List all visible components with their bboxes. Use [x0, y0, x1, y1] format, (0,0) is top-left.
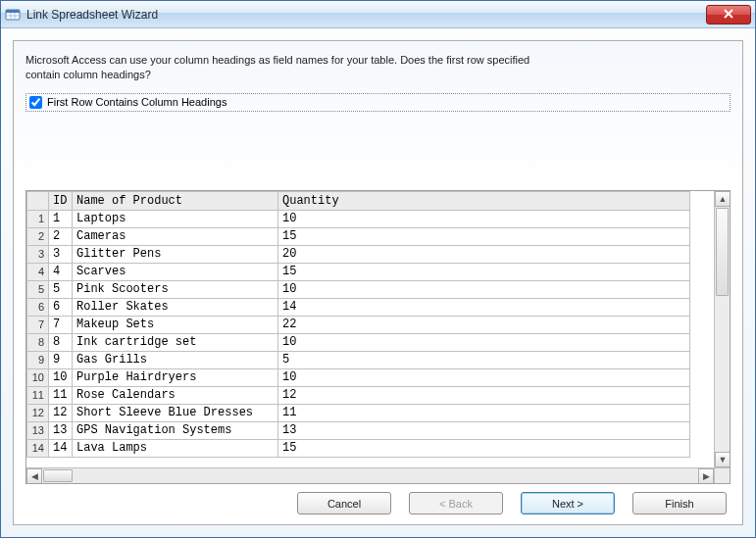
cell-qty: 10: [278, 333, 690, 351]
svg-rect-1: [6, 10, 20, 13]
cell-qty: 11: [278, 404, 690, 421]
table-row[interactable]: 1111Rose Calendars12: [27, 386, 690, 404]
data-grid: ID Name of Product Quantity 11Laptops102…: [25, 190, 731, 484]
cell-qty: 12: [278, 386, 690, 404]
cell-id: 6: [49, 298, 73, 316]
cell-qty: 10: [278, 368, 690, 386]
cell-name: Laptops: [73, 210, 278, 227]
cell-qty: 10: [278, 210, 690, 227]
cell-id: 4: [49, 263, 73, 280]
cell-name: Short Sleeve Blue Dresses: [73, 404, 278, 421]
cell-name: Makeup Sets: [73, 316, 278, 333]
cell-id: 1: [49, 210, 73, 227]
table-row[interactable]: 1010Purple Hairdryers10: [27, 368, 690, 386]
intro-text: Microsoft Access can use your column hea…: [25, 53, 535, 83]
cell-qty: 15: [278, 227, 690, 245]
row-number[interactable]: 8: [27, 333, 49, 351]
scroll-up-icon[interactable]: ▲: [715, 191, 731, 207]
table-row[interactable]: 22Cameras15: [27, 227, 690, 245]
cell-id: 9: [49, 351, 73, 368]
cell-qty: 15: [278, 263, 690, 280]
column-header-id[interactable]: ID: [49, 191, 73, 210]
scroll-corner: [714, 467, 730, 483]
table-row[interactable]: 55Pink Scooters10: [27, 280, 690, 298]
row-number[interactable]: 4: [27, 263, 49, 280]
row-number[interactable]: 9: [27, 351, 49, 368]
back-button: < Back: [409, 492, 503, 514]
row-number[interactable]: 11: [27, 386, 49, 404]
first-row-headings-checkbox[interactable]: First Row Contains Column Headings: [25, 93, 731, 112]
cell-id: 7: [49, 316, 73, 333]
checkbox-label: First Row Contains Column Headings: [47, 96, 227, 108]
cell-name: Roller Skates: [73, 298, 278, 316]
cell-qty: 15: [278, 439, 690, 457]
cell-name: Glitter Pens: [73, 245, 278, 263]
cell-id: 10: [49, 368, 73, 386]
row-number[interactable]: 5: [27, 280, 49, 298]
scroll-down-icon[interactable]: ▼: [715, 452, 731, 467]
cell-qty: 14: [278, 298, 690, 316]
cell-id: 8: [49, 333, 73, 351]
app-icon: [5, 7, 21, 23]
vertical-scrollbar[interactable]: ▲ ▼: [714, 191, 730, 467]
cell-qty: 13: [278, 421, 690, 439]
table-row[interactable]: 99Gas Grills5: [27, 351, 690, 368]
horizontal-scrollbar[interactable]: ◀ ▶: [26, 467, 714, 483]
cell-id: 13: [49, 421, 73, 439]
cell-id: 5: [49, 280, 73, 298]
wizard-page: Microsoft Access can use your column hea…: [13, 40, 743, 525]
row-number[interactable]: 12: [27, 404, 49, 421]
cell-name: Scarves: [73, 263, 278, 280]
scroll-left-icon[interactable]: ◀: [26, 468, 42, 484]
row-number[interactable]: 6: [27, 298, 49, 316]
row-number[interactable]: 1: [27, 210, 49, 227]
finish-button[interactable]: Finish: [632, 492, 727, 514]
column-header-name[interactable]: Name of Product: [73, 191, 278, 210]
table-row[interactable]: 1414Lava Lamps15: [27, 439, 690, 457]
cell-id: 11: [49, 386, 73, 404]
wizard-window: Link Spreadsheet Wizard Microsoft Access…: [0, 0, 756, 538]
cell-id: 14: [49, 439, 73, 457]
table-row[interactable]: 66Roller Skates14: [27, 298, 690, 316]
cancel-button[interactable]: Cancel: [297, 492, 391, 514]
cell-name: Ink cartridge set: [73, 333, 278, 351]
scroll-right-icon[interactable]: ▶: [698, 468, 714, 484]
next-button[interactable]: Next >: [521, 492, 615, 514]
cell-name: Pink Scooters: [73, 280, 278, 298]
cell-qty: 10: [278, 280, 690, 298]
table-row[interactable]: 1212Short Sleeve Blue Dresses11: [27, 404, 690, 421]
cell-name: Rose Calendars: [73, 386, 278, 404]
cell-id: 2: [49, 227, 73, 245]
close-icon: [724, 8, 733, 22]
table-row[interactable]: 88Ink cartridge set10: [27, 333, 690, 351]
scroll-thumb-vertical[interactable]: [716, 208, 729, 296]
cell-name: Gas Grills: [73, 351, 278, 368]
checkbox-input[interactable]: [29, 96, 42, 109]
table-row[interactable]: 1313GPS Navigation Systems13: [27, 421, 690, 439]
close-button[interactable]: [706, 5, 751, 24]
table-row[interactable]: 77Makeup Sets22: [27, 316, 690, 333]
cell-id: 12: [49, 404, 73, 421]
table-row[interactable]: 33Glitter Pens20: [27, 245, 690, 263]
titlebar: Link Spreadsheet Wizard: [1, 1, 755, 28]
cell-name: Cameras: [73, 227, 278, 245]
row-number[interactable]: 14: [27, 439, 49, 457]
row-header-blank: [27, 191, 49, 210]
cell-qty: 20: [278, 245, 690, 263]
row-number[interactable]: 2: [27, 227, 49, 245]
table-row[interactable]: 11Laptops10: [27, 210, 690, 227]
row-number[interactable]: 13: [27, 421, 49, 439]
column-header-qty[interactable]: Quantity: [278, 191, 690, 210]
table-row[interactable]: 44Scarves15: [27, 263, 690, 280]
cell-name: Purple Hairdryers: [73, 368, 278, 386]
row-number[interactable]: 7: [27, 316, 49, 333]
row-number[interactable]: 3: [27, 245, 49, 263]
scroll-thumb-horizontal[interactable]: [43, 469, 73, 482]
data-table: ID Name of Product Quantity 11Laptops102…: [26, 191, 690, 458]
button-bar: Cancel < Back Next > Finish: [25, 484, 731, 516]
cell-name: Lava Lamps: [73, 439, 278, 457]
cell-qty: 5: [278, 351, 690, 368]
row-number[interactable]: 10: [27, 368, 49, 386]
cell-name: GPS Navigation Systems: [73, 421, 278, 439]
cell-id: 3: [49, 245, 73, 263]
